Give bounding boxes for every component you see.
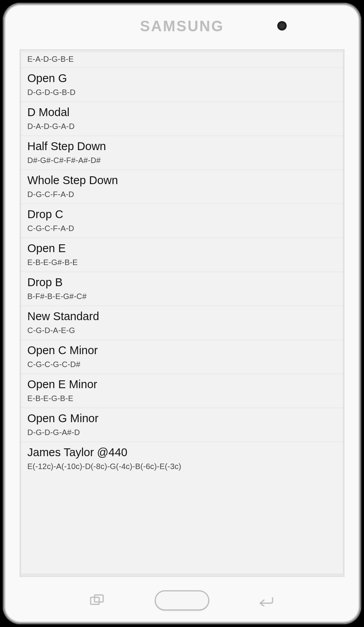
list-item[interactable]: Open G Minor D-G-D-G-A#-D bbox=[21, 408, 343, 442]
list-item[interactable]: Open E Minor E-B-E-G-B-E bbox=[21, 374, 343, 408]
list-item[interactable]: Open C Minor C-G-C-G-C-D# bbox=[21, 340, 343, 374]
tuning-notes: E-B-E-G#-B-E bbox=[27, 258, 337, 267]
list-item[interactable]: Drop B B-F#-B-E-G#-C# bbox=[21, 272, 343, 306]
back-button[interactable] bbox=[256, 593, 277, 608]
tuning-name: Open E Minor bbox=[27, 378, 337, 391]
app-content: E-A-D-G-B-E Open G D-G-D-G-B-D D Modal D… bbox=[21, 52, 343, 574]
device-frame: SAMSUNG E-A-D-G-B-E Open G D-G-D-G-B-D D… bbox=[3, 3, 361, 624]
list-item[interactable]: Drop C C-G-C-F-A-D bbox=[21, 204, 343, 238]
tuning-notes: C-G-C-G-C-D# bbox=[27, 360, 337, 369]
volume-up-button[interactable] bbox=[360, 81, 361, 109]
tuning-name: James Taylor @440 bbox=[27, 446, 337, 459]
screen: E-A-D-G-B-E Open G D-G-D-G-B-D D Modal D… bbox=[20, 49, 344, 577]
volume-down-button[interactable] bbox=[360, 128, 361, 156]
tuning-name: Half Step Down bbox=[27, 140, 337, 153]
tuning-name: Whole Step Down bbox=[27, 174, 337, 187]
tuning-list[interactable]: E-A-D-G-B-E Open G D-G-D-G-B-D D Modal D… bbox=[21, 52, 343, 476]
tuning-notes: D-G-C-F-A-D bbox=[27, 190, 337, 199]
tuning-notes: B-F#-B-E-G#-C# bbox=[27, 292, 337, 301]
recent-apps-button[interactable] bbox=[87, 593, 108, 608]
list-item[interactable]: Whole Step Down D-G-C-F-A-D bbox=[21, 170, 343, 204]
tuning-notes: D-G-D-G-A#-D bbox=[27, 428, 337, 437]
tuning-notes: E(-12c)-A(-10c)-D(-8c)-G(-4c)-B(-6c)-E(-… bbox=[27, 462, 337, 471]
list-item[interactable]: Open E E-B-E-G#-B-E bbox=[21, 238, 343, 272]
tuning-name: New Standard bbox=[27, 310, 337, 323]
tuning-notes: C-G-C-F-A-D bbox=[27, 224, 337, 233]
tuning-name: Drop B bbox=[27, 276, 337, 289]
list-item[interactable]: Half Step Down D#-G#-C#-F#-A#-D# bbox=[21, 136, 343, 170]
tuning-name: Open C Minor bbox=[27, 344, 337, 357]
device-bezel-bottom bbox=[3, 577, 361, 624]
tuning-notes: D#-G#-C#-F#-A#-D# bbox=[27, 156, 337, 165]
tuning-notes: E-A-D-G-B-E bbox=[27, 55, 337, 64]
brand-logo: SAMSUNG bbox=[140, 18, 224, 35]
list-item[interactable]: James Taylor @440 E(-12c)-A(-10c)-D(-8c)… bbox=[21, 442, 343, 476]
list-item[interactable]: New Standard C-G-D-A-E-G bbox=[21, 306, 343, 340]
list-item[interactable]: D Modal D-A-D-G-A-D bbox=[21, 102, 343, 136]
tuning-notes: E-B-E-G-B-E bbox=[27, 394, 337, 403]
tuning-notes: C-G-D-A-E-G bbox=[27, 326, 337, 335]
tuning-name: Drop C bbox=[27, 208, 337, 221]
tuning-name: Open G bbox=[27, 72, 337, 85]
tuning-name: D Modal bbox=[27, 106, 337, 119]
device-bezel-top: SAMSUNG bbox=[3, 3, 361, 49]
front-camera bbox=[277, 21, 287, 30]
tuning-notes: D-G-D-G-B-D bbox=[27, 88, 337, 97]
home-button[interactable] bbox=[155, 590, 209, 611]
list-item-partial[interactable]: E-A-D-G-B-E bbox=[21, 52, 343, 68]
list-item[interactable]: Open G D-G-D-G-B-D bbox=[21, 68, 343, 102]
tuning-name: Open G Minor bbox=[27, 412, 337, 425]
tuning-name: Open E bbox=[27, 242, 337, 255]
tuning-notes: D-A-D-G-A-D bbox=[27, 122, 337, 131]
